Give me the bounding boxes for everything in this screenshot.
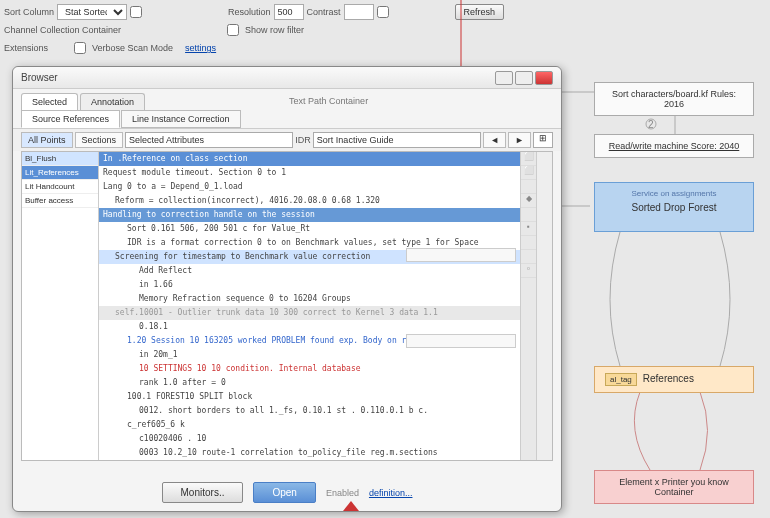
code-line[interactable]: 0.18.1: [99, 320, 520, 334]
toolbar: All Points Sections IDR ◄ ► ⊞: [13, 128, 561, 151]
tab-annotation[interactable]: Annotation: [80, 93, 145, 110]
tree-node[interactable]: Bl_Flush: [22, 152, 98, 166]
code-panel[interactable]: In .Reference on class sectionRequest mo…: [99, 152, 520, 460]
tree-node[interactable]: Buffer access: [22, 194, 98, 208]
code-line[interactable]: 10 SETTINGS 10 10 condition. Internal da…: [99, 362, 520, 376]
code-line[interactable]: In .Reference on class section: [99, 152, 520, 166]
code-line[interactable]: Sort 0.161 506, 200 501 c for Value_Rt: [99, 222, 520, 236]
code-line[interactable]: Handling to correction handle on the ses…: [99, 208, 520, 222]
code-line[interactable]: self.10001 - Outlier trunk data 10 300 c…: [99, 306, 520, 320]
input-box-1[interactable]: [406, 248, 516, 262]
minimize-button[interactable]: [495, 71, 513, 85]
flow-node-1[interactable]: Sort characters/board.kf Rules: 2016: [594, 82, 754, 116]
dialog-title: Browser: [21, 72, 58, 83]
input-box-2[interactable]: [406, 334, 516, 348]
sort-select[interactable]: Stat Sorted: [57, 4, 127, 20]
settings-link[interactable]: settings: [185, 43, 216, 53]
svg-text:2: 2: [648, 119, 654, 130]
code-line[interactable]: 0003 10.2_10 route-1 correlation to_poli…: [99, 446, 520, 460]
flow-node-3[interactable]: Service on assignments Sorted Drop Fores…: [594, 182, 754, 232]
rowfilter-label: Show row filter: [245, 25, 304, 35]
scrollbar[interactable]: [536, 152, 552, 460]
resolution-input[interactable]: [274, 4, 304, 20]
code-line[interactable]: 100.1 FOREST10 SPLIT block: [99, 390, 520, 404]
code-line[interactable]: Add Reflect: [99, 264, 520, 278]
tree-node[interactable]: Lit_References: [22, 166, 98, 180]
enabled-label: Enabled: [326, 488, 359, 498]
tab-selected[interactable]: Selected: [21, 93, 78, 110]
code-line[interactable]: Reform = collection(incorrect), 4016.20.…: [99, 194, 520, 208]
flow-node-2[interactable]: Read/write machine Score: 2040: [594, 134, 754, 158]
flow-node-4-label: References: [643, 373, 694, 386]
code-line[interactable]: 0012. short borders to all 1._fs, 0.10.1…: [99, 404, 520, 418]
sections-button[interactable]: Sections: [75, 132, 124, 148]
idr-label: IDR: [295, 135, 311, 145]
code-line[interactable]: Request module timeout. Section 0 to 1: [99, 166, 520, 180]
code-line[interactable]: Memory Refraction sequence 0 to 16204 Gr…: [99, 292, 520, 306]
resolution-label: Resolution: [228, 7, 271, 17]
rowfilter-checkbox[interactable]: [227, 24, 239, 36]
code-line[interactable]: Lang 0 to a = Depend_0_1.load: [99, 180, 520, 194]
svg-point-4: [646, 119, 656, 129]
next-button[interactable]: ►: [508, 132, 531, 148]
sort-checkbox[interactable]: [130, 6, 142, 18]
open-button[interactable]: Open: [253, 482, 315, 503]
caption-label: Channel Collection Container: [4, 25, 121, 35]
code-line[interactable]: in 1.66: [99, 278, 520, 292]
refresh-button[interactable]: Refresh: [455, 4, 505, 20]
code-line[interactable]: c10020406 . 10: [99, 432, 520, 446]
marker-gutter: ⬜⬜◆▪▫: [520, 152, 536, 460]
tree-node[interactable]: Lit Handcount: [22, 180, 98, 194]
flow-node-4[interactable]: al_tag References: [594, 366, 754, 393]
maximize-button[interactable]: [515, 71, 533, 85]
tree-panel: Bl_FlushLit_ReferencesLit HandcountBuffe…: [22, 152, 99, 460]
sort-label: Sort Column: [4, 7, 54, 17]
sort-guide-select[interactable]: [313, 132, 481, 148]
guide-icon[interactable]: ⊞: [533, 132, 553, 148]
flow-node-5[interactable]: Element x Printer you know Container: [594, 470, 754, 504]
contrast-checkbox[interactable]: [377, 6, 389, 18]
contrast-label: Contrast: [307, 7, 341, 17]
verbose-checkbox[interactable]: [74, 42, 86, 54]
code-line[interactable]: in 20m_1: [99, 348, 520, 362]
tab-correction[interactable]: Line Instance Correction: [121, 110, 241, 128]
allpoints-button[interactable]: All Points: [21, 132, 73, 148]
code-line[interactable]: c_ref605_6 k: [99, 418, 520, 432]
attributes-select[interactable]: [125, 132, 293, 148]
browser-dialog: Browser Selected Annotation Text Path Co…: [12, 66, 562, 512]
titlebar[interactable]: Browser: [13, 67, 561, 89]
definition-link[interactable]: definition...: [369, 488, 413, 498]
verbose-label: Verbose Scan Mode: [92, 43, 173, 53]
code-line[interactable]: rank 1.0 after = 0: [99, 376, 520, 390]
subtitle: Text Path Container: [277, 94, 368, 110]
flow-node-3-line2: Sorted Drop Forest: [605, 202, 743, 213]
extensions-label: Extensions: [4, 43, 48, 53]
close-button[interactable]: [535, 71, 553, 85]
flow-node-3-line1: Service on assignments: [605, 189, 743, 198]
prev-button[interactable]: ◄: [483, 132, 506, 148]
contrast-input[interactable]: [344, 4, 374, 20]
monitors-button[interactable]: Monitors..: [162, 482, 244, 503]
flow-tag: al_tag: [605, 373, 637, 386]
arrow-icon: [343, 501, 359, 511]
tab-source[interactable]: Source References: [21, 110, 120, 128]
